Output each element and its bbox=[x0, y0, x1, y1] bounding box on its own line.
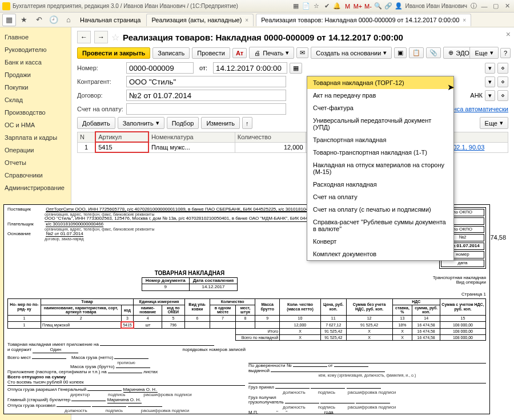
tab1-close-icon[interactable]: × bbox=[245, 17, 248, 23]
help-button[interactable]: ? bbox=[500, 48, 511, 58]
number-input[interactable] bbox=[126, 62, 194, 74]
change-button[interactable]: Изменить bbox=[201, 117, 240, 129]
fill-button[interactable]: Заполнить ▾ bbox=[118, 117, 164, 129]
pm-invoice-stamp[interactable]: Счет на оплату (с печатью и подписями) bbox=[307, 203, 453, 216]
grid-more-button[interactable]: Еще ▾ bbox=[480, 117, 508, 129]
favorite-button[interactable]: ★ bbox=[17, 14, 31, 26]
link-icon[interactable]: 🔗 bbox=[384, 2, 392, 10]
pm-ttn[interactable]: Товарно-транспортная накладная (1-Т) bbox=[307, 146, 453, 159]
pm-rn[interactable]: Расходная накладная bbox=[307, 178, 453, 191]
field-more2[interactable]: ▾ bbox=[485, 76, 495, 87]
sidebar-item-operations[interactable]: Операции bbox=[0, 144, 71, 156]
attach-button[interactable]: 📎 bbox=[426, 47, 441, 58]
home-button[interactable]: ⌂ bbox=[62, 14, 75, 26]
pm-upd[interactable]: Универсальный передаточный документ (УПД… bbox=[307, 114, 453, 134]
nav-fwd-button[interactable]: → bbox=[94, 31, 108, 43]
moveup-button[interactable]: ↑ bbox=[242, 117, 252, 129]
sidebar-item-manager[interactable]: Руководителю bbox=[0, 43, 71, 56]
sidebar-item-warehouse[interactable]: Склад bbox=[0, 94, 71, 106]
sidebar-item-reports[interactable]: Отчеты bbox=[0, 156, 71, 169]
col-article[interactable]: Артикул bbox=[95, 132, 148, 142]
calendar3-icon[interactable]: M- bbox=[364, 2, 372, 10]
save-button[interactable]: Записать bbox=[152, 47, 190, 59]
sidebar-item-directories[interactable]: Справочники bbox=[0, 169, 71, 181]
auto-advance-link[interactable]: ванса автоматически bbox=[447, 106, 508, 112]
report-icon[interactable]: 📄 bbox=[302, 2, 310, 10]
apps-button[interactable]: ▦ bbox=[2, 14, 16, 26]
pm-set[interactable]: Комплект документов bbox=[307, 248, 453, 260]
sidebar-item-purchases[interactable]: Покупки bbox=[0, 81, 71, 94]
cell-qty[interactable]: 12,000 bbox=[235, 142, 306, 152]
sidebar-item-bank[interactable]: Банк и касса bbox=[0, 56, 71, 68]
number-label: Номер: bbox=[77, 64, 124, 71]
bell-icon[interactable]: 🔔 bbox=[333, 2, 341, 10]
check-icon[interactable]: ✔ bbox=[323, 2, 331, 10]
pm-m15[interactable]: Накладная на отпуск материалов на сторон… bbox=[307, 159, 453, 178]
field-open2[interactable]: ⋄ bbox=[497, 76, 508, 87]
col-n[interactable]: N bbox=[78, 132, 96, 142]
field-open1[interactable]: ⋄ bbox=[497, 63, 508, 74]
invoice-input[interactable] bbox=[126, 103, 286, 115]
pm-sf[interactable]: Счет-фактура bbox=[307, 102, 453, 114]
top-toolbar: ▦ ★ ↶ 🕘 ⌂ Начальная страница Реализация … bbox=[0, 13, 514, 27]
doc-close-icon[interactable]: × bbox=[506, 30, 511, 39]
tab-realiz-list[interactable]: Реализация (акты, накладные) × bbox=[146, 14, 254, 26]
counterparty-input[interactable] bbox=[126, 76, 286, 87]
minimize-button[interactable]: — bbox=[480, 2, 489, 11]
info-icon[interactable]: ⓘ bbox=[469, 2, 477, 10]
invoice-label: Счет на оплату: bbox=[77, 106, 124, 112]
bank-suffix: АНК bbox=[470, 92, 483, 99]
field-more1[interactable]: ▾ bbox=[485, 63, 495, 74]
date-picker-icon[interactable]: ▦ bbox=[290, 63, 302, 74]
nav-back-button[interactable]: ← bbox=[77, 31, 91, 43]
more-button[interactable]: Еще ▾ bbox=[469, 47, 498, 59]
add-button[interactable]: Добавить bbox=[77, 117, 115, 129]
document-title: Реализация товаров: Накладная 0000-00000… bbox=[123, 33, 403, 42]
field-open3[interactable]: ⋄ bbox=[497, 90, 508, 101]
post-close-button[interactable]: Провести и закрыть bbox=[77, 47, 150, 59]
col-nomenclature[interactable]: Номенклатура bbox=[148, 132, 235, 142]
home-tab[interactable]: Начальная страница bbox=[77, 17, 144, 23]
pm-invoice[interactable]: Счет на оплату bbox=[307, 191, 453, 203]
close-button[interactable]: ✕ bbox=[503, 2, 512, 11]
cell-n[interactable]: 1 bbox=[78, 142, 96, 152]
back-button[interactable]: ↶ bbox=[32, 14, 46, 26]
sidebar-item-admin[interactable]: Администрирование bbox=[0, 181, 71, 194]
sidebar-item-sales[interactable]: Продажи bbox=[0, 68, 71, 81]
tab2-close-icon[interactable]: × bbox=[463, 17, 466, 23]
sidebar-item-production[interactable]: Производство bbox=[0, 106, 71, 119]
search-icon[interactable]: 🔍 bbox=[374, 2, 382, 10]
date-input[interactable] bbox=[213, 62, 287, 74]
create-based-button[interactable]: Создать на основании ▾ bbox=[311, 47, 392, 59]
fav-icon[interactable]: ☆ bbox=[111, 32, 119, 43]
cell-nom[interactable]: Плащ мужс... bbox=[148, 142, 235, 152]
sidebar-item-assets[interactable]: ОС и НМА bbox=[0, 119, 71, 131]
grid-icon[interactable]: ▦ bbox=[292, 2, 300, 10]
pm-torg12[interactable]: Товарная накладная (ТОРГ-12) bbox=[307, 76, 453, 89]
app-icon bbox=[2, 2, 10, 10]
calendar-icon[interactable]: M bbox=[343, 2, 351, 10]
pm-trn[interactable]: Транспортная накладная bbox=[307, 134, 453, 146]
email-button[interactable]: ✉ bbox=[296, 47, 308, 58]
field-more3[interactable]: ▾ bbox=[485, 90, 495, 101]
pm-envelope[interactable]: Конверт bbox=[307, 235, 453, 248]
contract-input[interactable] bbox=[126, 90, 286, 101]
print-button[interactable]: 🖨 Печать ▾ bbox=[249, 47, 294, 59]
sidebar-item-salary[interactable]: Зарплата и кадры bbox=[0, 131, 71, 144]
star-icon[interactable]: ☆ bbox=[312, 2, 320, 10]
torg-article-cell: 5415 bbox=[121, 322, 134, 329]
copy-button[interactable]: ▣ bbox=[394, 47, 407, 58]
pm-act[interactable]: Акт на передачу прав bbox=[307, 89, 453, 102]
select-button[interactable]: Подбор bbox=[167, 117, 199, 129]
history-button[interactable]: 🕘 bbox=[47, 14, 61, 26]
col-qty[interactable]: Количество bbox=[235, 132, 306, 142]
pm-currency[interactable]: Справка-расчет "Рублевые суммы документа… bbox=[307, 216, 453, 235]
dtkt-button[interactable]: Ат bbox=[232, 48, 247, 58]
calendar2-icon[interactable]: M+ bbox=[354, 2, 362, 10]
maximize-button[interactable]: ▢ bbox=[491, 2, 500, 11]
paste-button[interactable]: 📋 bbox=[409, 47, 424, 58]
post-button[interactable]: Провести bbox=[192, 47, 230, 59]
sidebar-item-main[interactable]: Главное bbox=[0, 31, 71, 43]
tab-realiz-doc[interactable]: Реализация товаров: Накладная 0000-00000… bbox=[256, 14, 471, 26]
cell-article[interactable]: 5415 bbox=[95, 142, 148, 152]
